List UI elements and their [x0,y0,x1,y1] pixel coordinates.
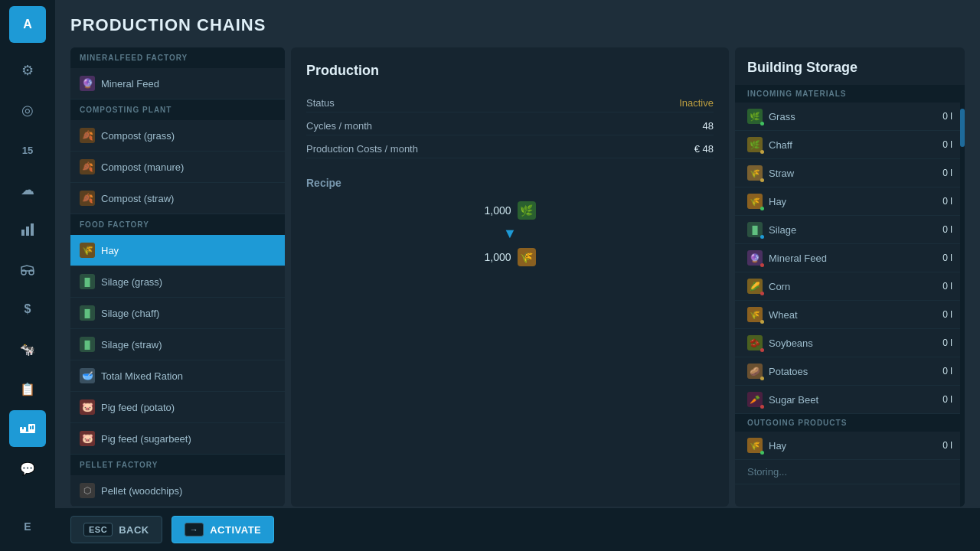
compost-manure-icon: 🍂 [80,159,95,174]
chain-item-pig-sugarbeet[interactable]: 🐷 Pig feed (sugarbeet) [70,423,285,455]
mineral-dot [760,263,764,267]
storage-item-storing: Storing... [735,460,965,484]
scrollbar-track[interactable] [960,86,965,507]
stat-status-value: Inactive [679,97,714,109]
chain-item-pellet-woodchips[interactable]: ⬡ Pellet (woodchips) [70,475,285,507]
storage-item-potatoes: 🥔 Potatoes 0 l [735,357,965,386]
silage-storage-icon: ▐▌ [747,222,763,237]
recipe-items: 1,000 🌿 ▼ 1,000 🌾 [306,201,714,266]
chaff-value: 0 l [942,139,952,150]
straw-value: 0 l [942,168,952,178]
production-title: Production [306,63,714,79]
soy-label: Soybeans [769,337,936,349]
recipe-input: 1,000 🌿 [484,201,535,220]
sidebar-logo[interactable]: A [9,6,46,43]
hay-out-value: 0 l [942,440,952,451]
sidebar-item-animals[interactable]: 🐄 [9,331,46,367]
activate-label: ACTIVATE [210,524,261,536]
sidebar-item-economy[interactable]: $ [9,291,46,328]
sidebar-item-map[interactable]: ◎ [9,92,46,129]
chain-item-compost-manure[interactable]: 🍂 Compost (manure) [70,152,285,183]
potato-value: 0 l [942,366,952,377]
chain-item-label: Compost (grass) [101,130,175,142]
hay-value: 0 l [942,196,952,207]
activate-button[interactable]: → ACTIVATE [172,516,275,543]
soy-storage-icon: 🫘 [747,335,763,350]
section-composting: COMPOSTING PLANT [70,99,285,120]
chain-item-compost-straw[interactable]: 🍂 Compost (straw) [70,183,285,214]
sidebar-item-misc[interactable]: E [9,508,46,545]
grass-label: Grass [769,111,936,122]
sidebar-item-comms[interactable]: 💬 [9,450,46,487]
chain-item-pig-potato[interactable]: 🐷 Pig feed (potato) [70,392,285,423]
wheat-dot [760,320,764,324]
sidebar-item-home[interactable]: ⚙ [9,52,46,89]
section-pellet: PELLET FACTORY [70,455,285,475]
chain-item-compost-grass[interactable]: 🍂 Compost (grass) [70,120,285,152]
mineral-feed-icon: 🔮 [80,76,95,91]
activate-key: → [185,523,204,536]
chain-item-hay[interactable]: 🌾 Hay [70,235,285,266]
svg-rect-10 [20,432,35,433]
chain-item-label: Compost (manure) [101,161,184,173]
section-food: FOOD FACTORY [70,214,285,235]
potato-label: Potatoes [769,366,936,377]
storage-item-hay: 🌾 Hay 0 l [735,187,965,216]
recipe-output: 1,000 🌾 [484,248,535,266]
chain-item-silage-straw[interactable]: ▐▌ Silage (straw) [70,329,285,360]
scrollbar-thumb[interactable] [960,109,965,147]
compost-straw-icon: 🍂 [80,191,95,206]
chaff-icon: 🌿 [747,137,763,152]
back-key: ESC [83,523,113,536]
corn-value: 0 l [942,281,952,292]
sidebar-item-production[interactable] [9,410,46,447]
production-panel: Production Status Inactive Cycles / mont… [291,47,729,507]
storage-item-silage: ▐▌ Silage 0 l [735,216,965,244]
chain-item-total-mixed[interactable]: 🥣 Total Mixed Ration [70,360,285,392]
wheat-label: Wheat [769,309,936,321]
storage-item-mineral: 🔮 Mineral Feed 0 l [735,244,965,272]
sidebar-item-weather[interactable]: ☁ [9,171,46,208]
sugarbeet-label: Sugar Beet [769,394,936,406]
stat-status: Status Inactive [306,94,714,112]
silage-dot [760,235,764,239]
hay-out-label: Hay [769,440,936,452]
sidebar-item-calendar[interactable]: 15 [9,132,46,168]
silage-chaff-icon: ▐▌ [80,305,95,321]
sidebar-item-contracts[interactable]: 📋 [9,370,46,407]
storage-list: INCOMING MATERIALS 🌿 Grass 0 l 🌿 Chaff 0… [735,85,965,507]
grass-dot [760,122,764,126]
stat-costs: Production Costs / month € 48 [306,140,714,158]
pellet-icon: ⬡ [80,483,95,498]
sidebar-item-stats[interactable] [9,211,46,248]
pig-sugarbeet-icon: 🐷 [80,431,95,446]
corn-storage-icon: 🌽 [747,279,763,294]
sidebar-item-vehicles[interactable] [9,251,46,288]
recipe-input-icon: 🌿 [518,201,536,220]
straw-icon: 🌾 [747,165,763,181]
silage-label: Silage [769,224,936,236]
storage-item-corn: 🌽 Corn 0 l [735,272,965,301]
chain-item-mineral-feed[interactable]: 🔮 Mineral Feed [70,68,285,99]
grass-icon: 🌿 [747,109,763,124]
content-grid: MINERALFEED FACTORY 🔮 Mineral Feed COMPO… [70,47,965,507]
potato-dot [760,377,764,380]
hay-label: Hay [769,196,936,207]
stat-cycles: Cycles / month 48 [306,117,714,135]
recipe-section: Recipe 1,000 🌿 ▼ 1,000 🌾 [306,177,714,266]
bottom-bar: ESC BACK → ACTIVATE [55,508,980,551]
storage-item-sugarbeet: 🥕 Sugar Beet 0 l [735,386,965,414]
recipe-arrow: ▼ [503,226,517,242]
sugarbeet-value: 0 l [942,394,952,405]
wheat-storage-icon: 🌾 [747,307,763,322]
stat-costs-label: Production Costs / month [306,143,418,155]
stat-costs-value: € 48 [694,143,714,155]
storage-panel: Building Storage INCOMING MATERIALS 🌿 Gr… [735,47,965,507]
soy-dot [760,348,764,352]
chain-item-silage-grass[interactable]: ▐▌ Silage (grass) [70,266,285,298]
production-stats: Status Inactive Cycles / month 48 Produc… [306,94,714,158]
back-button[interactable]: ESC BACK [70,516,162,543]
hay-out-dot [760,451,764,455]
chain-item-silage-chaff[interactable]: ▐▌ Silage (chaff) [70,298,285,329]
mixed-ration-icon: 🥣 [80,368,95,383]
